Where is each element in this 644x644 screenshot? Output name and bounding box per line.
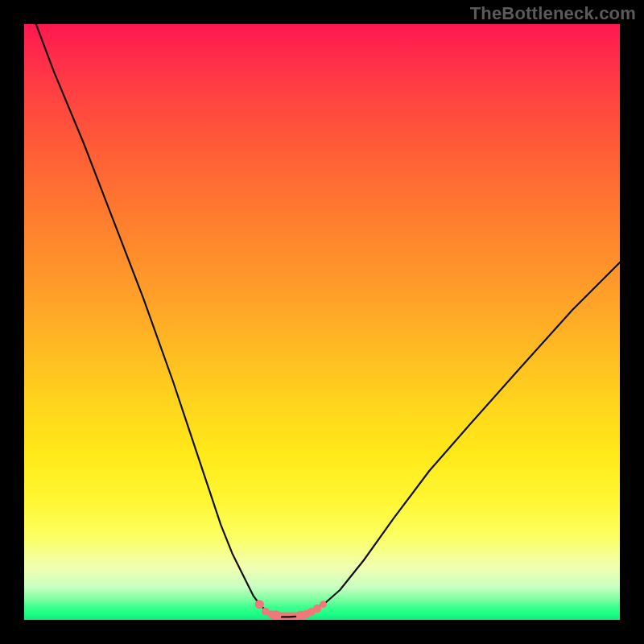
svg-point-1 (255, 600, 264, 609)
svg-point-9 (320, 601, 327, 608)
bottleneck-curve (36, 24, 620, 617)
curve-svg (24, 24, 620, 620)
attribution-watermark: TheBottleneck.com (470, 3, 636, 24)
chart-frame: TheBottleneck.com (0, 0, 644, 644)
valley-markers-right (296, 601, 327, 620)
valley-markers-left (255, 600, 282, 620)
plot-area (24, 24, 620, 620)
